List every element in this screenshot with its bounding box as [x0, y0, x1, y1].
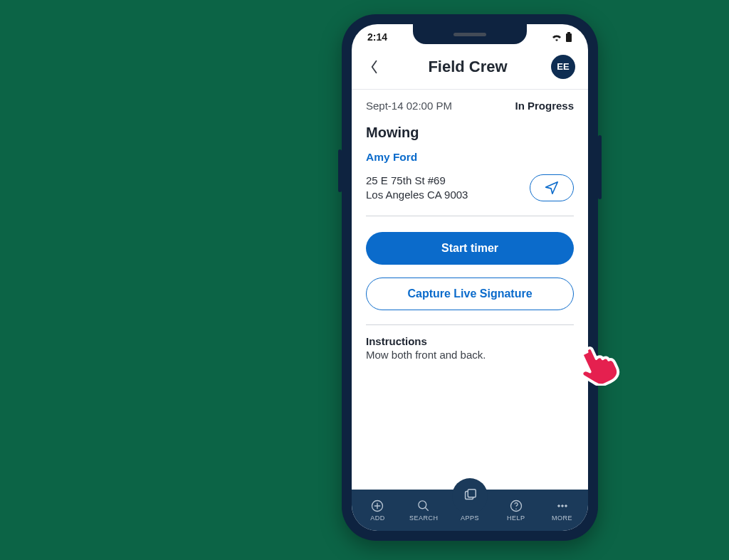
job-title: Mowing [366, 125, 574, 141]
nav-add[interactable]: ADD [355, 499, 401, 522]
phone-frame: 2:14 Field Crew EE Sept-14 02 [342, 14, 598, 541]
job-datetime: Sept-14 02:00 PM [366, 100, 452, 112]
back-button[interactable] [364, 57, 384, 77]
capture-signature-button[interactable]: Capture Live Signature [366, 278, 574, 310]
search-icon [416, 499, 431, 513]
nav-apps-label: APPS [461, 514, 479, 522]
nav-more[interactable]: MORE [539, 499, 585, 522]
nav-search-label: SEARCH [409, 514, 439, 522]
avatar-initials: EE [557, 61, 569, 72]
nav-search[interactable]: SEARCH [401, 499, 447, 522]
plus-circle-icon [370, 499, 384, 513]
phone-notch [413, 24, 527, 44]
svg-point-7 [515, 508, 517, 509]
customer-name-link[interactable]: Amy Ford [366, 151, 417, 164]
job-status: In Progress [515, 100, 574, 112]
nav-help[interactable]: HELP [493, 499, 539, 522]
start-timer-button[interactable]: Start timer [366, 232, 574, 265]
address-line-2: Los Angeles CA 9003 [366, 188, 468, 202]
job-address: 25 E 75th St #69 Los Angeles CA 9003 [366, 174, 468, 203]
capture-signature-label: Capture Live Signature [407, 287, 532, 300]
navigate-button[interactable] [530, 174, 574, 201]
battery-icon [565, 32, 572, 42]
job-content: Sept-14 02:00 PM In Progress Mowing Amy … [352, 90, 588, 490]
more-horizontal-icon [555, 499, 570, 513]
avatar[interactable]: EE [551, 55, 575, 79]
svg-point-10 [565, 505, 567, 507]
speaker-slot [453, 33, 486, 36]
phone-screen: 2:14 Field Crew EE Sept-14 02 [352, 24, 588, 531]
help-circle-icon [509, 499, 523, 513]
app-header: Field Crew EE [352, 50, 588, 90]
svg-rect-0 [567, 32, 570, 33]
svg-rect-1 [566, 33, 572, 42]
svg-rect-3 [468, 490, 476, 497]
svg-point-8 [557, 505, 560, 507]
page-title: Field Crew [428, 58, 507, 76]
address-line-1: 25 E 75th St #69 [366, 174, 468, 188]
nav-add-label: ADD [370, 514, 385, 522]
job-status-row: Sept-14 02:00 PM In Progress [366, 100, 574, 112]
apps-icon [462, 488, 478, 504]
nav-more-label: MORE [552, 514, 572, 522]
bottom-nav: ADD SEARCH APPS HELP MORE [352, 490, 588, 531]
wifi-icon [551, 33, 562, 41]
navigation-icon [544, 180, 560, 196]
instructions-body: Mow both front and back. [366, 349, 574, 361]
instructions-heading: Instructions [366, 335, 574, 347]
instructions-section: Instructions Mow both front and back. [366, 324, 574, 361]
bottom-nav-bump [452, 478, 488, 514]
start-timer-label: Start timer [441, 242, 498, 255]
svg-point-5 [419, 501, 426, 509]
customer-row: Amy Ford (630)555-3393 [366, 151, 574, 164]
chevron-left-icon [369, 60, 379, 74]
address-row: 25 E 75th St #69 Los Angeles CA 9003 [366, 174, 574, 216]
nav-help-label: HELP [507, 514, 525, 522]
status-time: 2:14 [367, 31, 387, 43]
svg-point-9 [561, 505, 563, 507]
status-icons [551, 32, 572, 42]
